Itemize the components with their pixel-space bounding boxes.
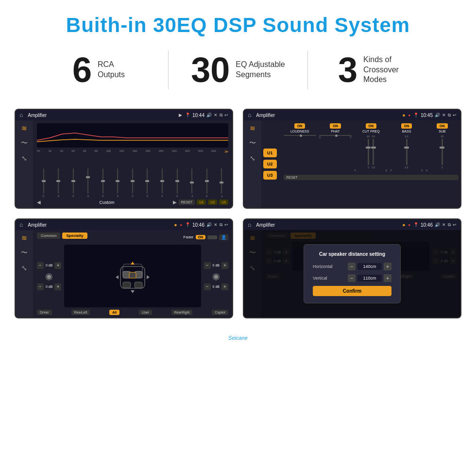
bass-v1[interactable]: 3.0 0.5 — [405, 135, 408, 169]
home-icon-3[interactable]: ⌂ — [19, 221, 23, 228]
fader-slider[interactable] — [207, 235, 217, 239]
amp-content-1: ≋ 〜 ⤡ 2532405063 80100125160200 — [16, 120, 232, 208]
eq-slider-9[interactable]: 0 — [170, 168, 184, 198]
eq-slider-2[interactable]: 0 — [67, 168, 80, 198]
spk-right-top-minus[interactable]: − — [204, 262, 211, 269]
screen4-title: Amplifier — [256, 222, 400, 228]
expand-icon-2[interactable]: ⤡ — [250, 154, 255, 162]
phat-slider[interactable] — [319, 135, 352, 136]
expand-icon[interactable]: ⤡ — [21, 154, 27, 162]
eq-slider-10[interactable]: -1 — [185, 168, 199, 198]
bass-on-btn[interactable]: ON — [401, 123, 412, 129]
u3-btn[interactable]: U3 — [263, 171, 277, 180]
rearleft-btn[interactable]: RearLeft — [71, 310, 90, 315]
amp-reset-btn[interactable]: RESET — [284, 175, 459, 180]
close-icon-3: ✕ — [214, 222, 218, 227]
cutfreq-labels: FG — [355, 169, 387, 172]
driver-btn[interactable]: Driver — [37, 310, 52, 315]
sub-v1[interactable]: 20 5 — [441, 135, 444, 169]
eq-u1-btn[interactable]: U1 — [197, 200, 206, 205]
rec-icon-2: ● — [408, 113, 410, 117]
spk-right-bot-minus[interactable]: − — [204, 283, 211, 290]
screen1-title: Amplifier — [28, 113, 176, 118]
speaker-right-icon: ◉ — [204, 271, 228, 282]
spk-ctrl-left-top: − 0 dB + — [37, 262, 61, 269]
eq-slider-1[interactable]: 0 — [52, 168, 66, 198]
horizontal-plus-btn[interactable]: + — [384, 263, 391, 270]
sub-on-btn[interactable]: ON — [437, 123, 448, 129]
spk-right-top-plus[interactable]: + — [221, 262, 228, 269]
phat-on-btn[interactable]: ON — [330, 123, 341, 129]
left-controls: − 0 dB + ◉ − 0 dB + — [37, 245, 61, 307]
window-icon-2: ⧉ — [448, 113, 451, 118]
cutfreq-on-btn[interactable]: ON — [366, 123, 377, 129]
eq-icon-2[interactable]: ≋ — [250, 124, 255, 132]
eq-icon[interactable]: ≋ — [21, 124, 27, 132]
screen-dialog: ⌂ Amplifier ■ ● 📍 10:46 🔊 ✕ ⧉ ↩ ≋ 〜 ⤡ — [243, 218, 461, 318]
eq-slider-12[interactable]: -1 — [215, 168, 228, 198]
user-btn[interactable]: User — [139, 310, 152, 315]
wave-icon[interactable]: 〜 — [21, 139, 28, 148]
wave-icon-3[interactable]: 〜 — [21, 249, 28, 257]
eq-slider-7[interactable]: 0 — [141, 168, 154, 198]
avatar-btn[interactable]: 👤 — [219, 234, 228, 240]
vertical-minus-btn[interactable]: − — [348, 274, 356, 282]
expand-icon-3[interactable]: ⤡ — [21, 264, 27, 272]
amp-sidebar-2: ≋ 〜 ⤡ — [244, 120, 261, 208]
all-btn[interactable]: All — [109, 310, 119, 315]
cutfreq-v1[interactable]: 64 0 — [367, 135, 370, 169]
tab-common[interactable]: Common — [37, 233, 60, 239]
dot-icon-2: ■ — [403, 113, 405, 117]
eq-slider-8[interactable]: 0 — [155, 168, 169, 198]
wave-icon-2[interactable]: 〜 — [249, 139, 256, 148]
cutfreq-sliders: 64 0 3.0 0.5 — [367, 135, 375, 169]
eq-slider-0[interactable]: 0 — [37, 168, 51, 198]
speaker-left-icon: ◉ — [37, 271, 61, 282]
eq-u2-btn[interactable]: U2 — [208, 200, 217, 205]
loudness-on-btn[interactable]: ON — [294, 123, 306, 129]
eq-slider-6[interactable]: 0 — [126, 168, 139, 198]
eq-slider-4[interactable]: 0 — [96, 168, 110, 198]
home-icon-4[interactable]: ⌂ — [248, 221, 251, 228]
eq-next-btn[interactable]: ▶ — [173, 200, 177, 205]
volume-icon-3: 🔊 — [206, 222, 212, 227]
eq-slider-5[interactable]: 0 — [111, 168, 125, 198]
location-icon-1: 📍 — [185, 113, 190, 117]
home-icon-1[interactable]: ⌂ — [19, 112, 23, 118]
zone-buttons-row: Driver RearLeft All User RearRight Copil… — [37, 310, 228, 315]
sub-labels: G — [426, 169, 459, 172]
eq-slider-11[interactable]: 0 — [200, 168, 214, 198]
eq-slider-3[interactable]: 5 — [82, 168, 95, 198]
spk-left-bot-minus[interactable]: − — [37, 283, 44, 290]
eq-reset-btn[interactable]: RESET — [179, 200, 195, 205]
volume-icon-1: 🔊 — [206, 113, 212, 117]
home-icon-2[interactable]: ⌂ — [248, 112, 251, 118]
u2-btn[interactable]: U2 — [263, 160, 277, 168]
rearright-btn[interactable]: RearRight — [171, 310, 193, 315]
horizontal-minus-btn[interactable]: − — [348, 263, 356, 270]
cutfreq-v2[interactable]: 3.0 0.5 — [372, 135, 375, 169]
spk-right-bot-plus[interactable]: + — [221, 283, 228, 290]
spk-left-top-minus[interactable]: − — [37, 262, 44, 269]
ctrl-bass: ON BASS 3.0 0.5 FG — [390, 123, 423, 172]
bass-sliders: 3.0 0.5 — [405, 135, 408, 169]
eq-u3-btn[interactable]: U3 — [219, 200, 228, 205]
watermark: Seicane — [0, 333, 476, 343]
vertical-plus-btn[interactable]: + — [384, 274, 391, 282]
screen3-title: Amplifier — [28, 222, 171, 228]
spk-left-bot-plus[interactable]: + — [54, 283, 61, 290]
confirm-button[interactable]: Confirm — [313, 286, 391, 296]
horizontal-value: 140cm — [357, 263, 382, 270]
rec-icon-4: ● — [408, 223, 410, 227]
u1-btn[interactable]: U1 — [263, 149, 277, 157]
eq-sliders: 0 0 0 5 0 — [37, 155, 228, 198]
amp-sidebar-3: ≋ 〜 ⤡ — [16, 230, 33, 317]
eq-prev-btn[interactable]: ◀ — [37, 200, 41, 205]
vertical-value: 110cm — [357, 275, 382, 282]
copilot-btn[interactable]: Copilot — [212, 310, 228, 315]
tab-specialty[interactable]: Specialty — [62, 233, 87, 239]
eq-icon-3[interactable]: ≋ — [21, 234, 27, 242]
spk-left-top-plus[interactable]: + — [54, 262, 61, 269]
loudness-slider[interactable] — [284, 135, 316, 136]
amp-sidebar-1: ≋ 〜 ⤡ — [16, 120, 33, 208]
